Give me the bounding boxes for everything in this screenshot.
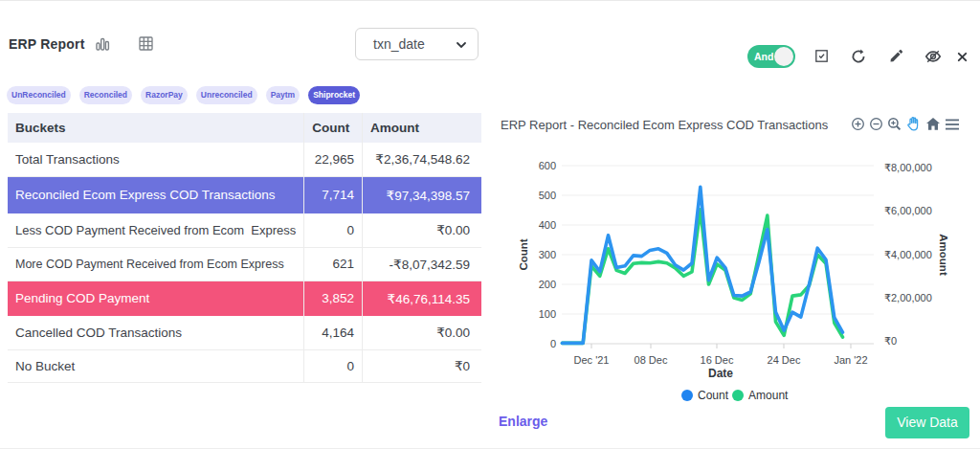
svg-text:24 Dec: 24 Dec xyxy=(768,354,801,366)
svg-text:0: 0 xyxy=(550,338,556,349)
svg-text:₹6,00,000: ₹6,00,000 xyxy=(884,205,932,216)
svg-text:16 Dec: 16 Dec xyxy=(701,354,734,366)
svg-text:300: 300 xyxy=(539,249,556,260)
svg-text:Date: Date xyxy=(708,367,733,380)
svg-text:600: 600 xyxy=(539,160,556,171)
svg-text:Jan '22: Jan '22 xyxy=(834,354,867,366)
svg-text:400: 400 xyxy=(539,219,556,231)
svg-text:₹4,00,000: ₹4,00,000 xyxy=(884,249,932,260)
svg-text:Amount: Amount xyxy=(938,234,949,276)
svg-text:500: 500 xyxy=(539,190,556,201)
svg-text:₹8,00,000: ₹8,00,000 xyxy=(884,162,932,173)
svg-text:08 Dec: 08 Dec xyxy=(635,354,668,366)
svg-text:₹0: ₹0 xyxy=(884,335,897,347)
svg-text:Dec '21: Dec '21 xyxy=(574,354,610,366)
svg-text:₹2,00,000: ₹2,00,000 xyxy=(884,292,932,303)
svg-text:Count: Count xyxy=(518,238,529,270)
svg-text:100: 100 xyxy=(539,308,556,320)
svg-text:200: 200 xyxy=(539,279,556,290)
